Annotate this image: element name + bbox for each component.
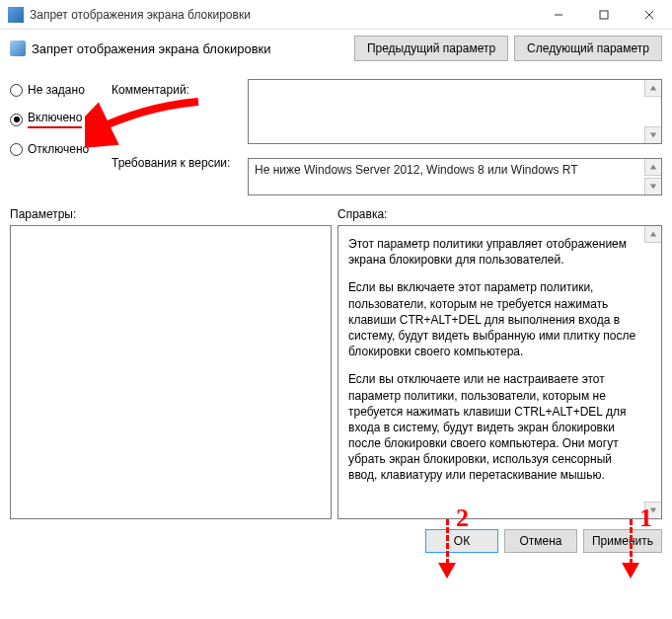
help-paragraph: Если вы включаете этот параметр политики… [348,279,639,359]
comment-textarea[interactable] [248,79,662,144]
right-boxes: Не ниже Windows Server 2012, Windows 8 и… [248,79,662,195]
help-paragraph: Если вы отключаете или не настраиваете э… [348,371,639,483]
svg-rect-1 [600,11,608,19]
next-parameter-button[interactable]: Следующий параметр [514,36,662,61]
svg-marker-6 [650,165,656,170]
scroll-down-icon[interactable] [644,126,661,143]
svg-marker-4 [650,86,656,91]
content-area: Запрет отображения экрана блокировки Пре… [0,30,672,563]
parameters-label: Параметры: [10,207,337,221]
minimize-button[interactable] [536,0,581,30]
window-controls [536,0,672,30]
annotation-arrowhead-icon [438,563,456,579]
svg-marker-9 [650,508,656,513]
radio-icon [10,114,23,126]
footer-buttons: ОК Отмена Применить [10,529,662,553]
window-title: Запрет отображения экрана блокировки [30,8,536,22]
previous-parameter-button[interactable]: Предыдущий параметр [354,36,508,61]
radio-label: Включено [28,111,82,128]
svg-marker-7 [650,185,656,190]
maximize-button[interactable] [581,0,627,30]
help-label: Справка: [337,207,387,221]
apply-button[interactable]: Применить [583,529,662,553]
panels: Этот параметр политики управляет отображ… [10,225,662,519]
radio-label: Отключено [28,142,89,156]
upper-config: Не задано Включено Отключено Комментарий… [10,79,662,195]
scroll-up-icon[interactable] [644,80,661,97]
header-row: Запрет отображения экрана блокировки Пре… [10,36,662,61]
titlebar: Запрет отображения экрана блокировки [0,0,672,30]
header-left: Запрет отображения экрана блокировки [10,40,271,56]
mid-labels: Комментарий: Требования к версии: [112,79,240,195]
cancel-button[interactable]: Отмена [504,529,577,553]
scroll-down-icon[interactable] [644,178,661,194]
annotation-arrowhead-icon [622,563,639,579]
requirements-box: Не ниже Windows Server 2012, Windows 8 и… [248,158,662,195]
parameters-panel [10,225,332,519]
nav-buttons: Предыдущий параметр Следующий параметр [354,36,662,61]
svg-marker-8 [650,232,656,237]
scroll-up-icon[interactable] [644,226,661,243]
help-paragraph: Этот параметр политики управляет отображ… [348,236,639,268]
radio-icon [10,84,23,97]
requirements-label: Требования к версии: [112,156,240,170]
radio-disabled[interactable]: Отключено [10,142,104,156]
radio-enabled[interactable]: Включено [10,111,104,128]
comment-label: Комментарий: [112,83,240,97]
ok-button[interactable]: ОК [425,529,498,553]
state-radios: Не задано Включено Отключено [10,79,104,195]
app-icon [8,7,24,23]
requirements-text: Не ниже Windows Server 2012, Windows 8 и… [255,163,578,177]
radio-not-configured[interactable]: Не задано [10,83,104,97]
close-button[interactable] [627,0,672,30]
radio-icon [10,143,23,156]
scroll-up-icon[interactable] [644,159,661,176]
radio-label: Не задано [28,83,85,97]
policy-icon [10,40,26,56]
help-panel: Этот параметр политики управляет отображ… [337,225,662,519]
policy-title: Запрет отображения экрана блокировки [32,41,271,56]
svg-marker-5 [650,133,656,138]
scroll-down-icon[interactable] [644,502,661,518]
section-labels: Параметры: Справка: [10,207,662,221]
